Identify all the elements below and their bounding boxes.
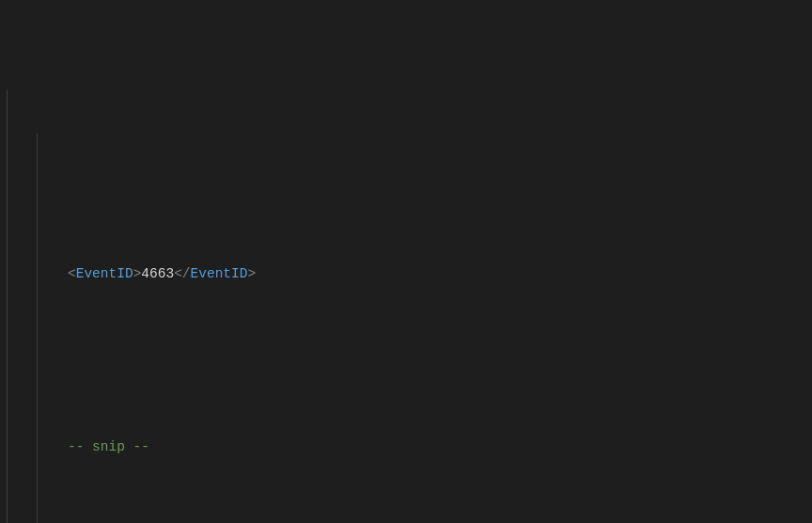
snip-comment: -- snip -- [38, 393, 812, 415]
indent-guide-outer: <EventID>4663</EventID> -- snip -- <Chan… [7, 90, 812, 523]
indent-guide-inner: <EventID>4663</EventID> -- snip -- <Chan… [37, 134, 812, 523]
eventid-line: <EventID>4663</EventID> [38, 220, 812, 242]
